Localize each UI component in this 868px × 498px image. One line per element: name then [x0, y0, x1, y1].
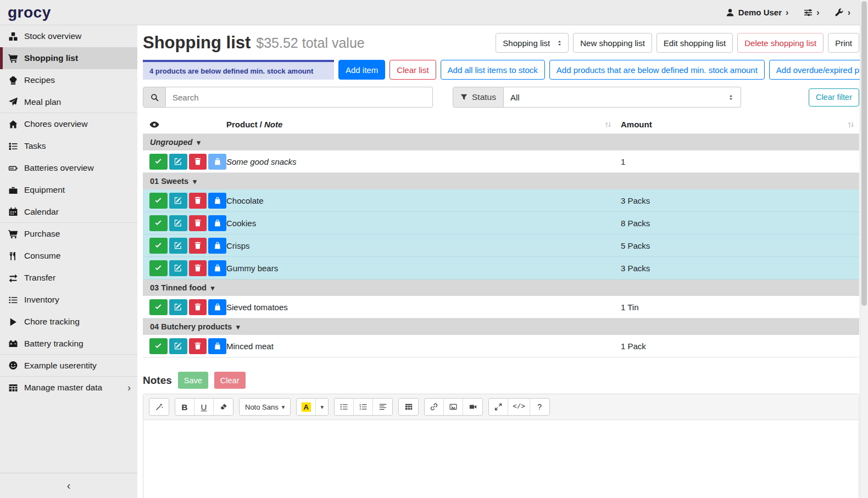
- sidebar-item[interactable]: Manage master data ›: [0, 377, 137, 399]
- fullscreen-button[interactable]: [489, 399, 508, 415]
- mark-done-button[interactable]: [149, 338, 168, 354]
- admin-menu[interactable]: ›: [835, 8, 850, 17]
- amount-column-header[interactable]: Amount: [617, 120, 859, 129]
- search-input[interactable]: [166, 87, 433, 108]
- delete-shopping-list-button[interactable]: Delete shopping list: [737, 33, 824, 53]
- add-to-stock-button[interactable]: [208, 238, 226, 254]
- app-logo[interactable]: grocy: [0, 4, 137, 21]
- settings-menu[interactable]: ›: [804, 8, 819, 17]
- add-to-stock-button[interactable]: [208, 260, 226, 276]
- min-stock-alert[interactable]: 4 products are below defined min. stock …: [143, 60, 334, 80]
- insert-image-button[interactable]: [444, 399, 463, 415]
- edit-item-button[interactable]: [169, 338, 187, 354]
- sidebar-item[interactable]: Shopping list ›: [0, 47, 137, 69]
- mark-done-button[interactable]: [149, 299, 168, 315]
- shopping-list-select[interactable]: Shopping list: [496, 33, 569, 53]
- delete-item-button[interactable]: [189, 260, 207, 276]
- edit-shopping-list-button[interactable]: Edit shopping list: [656, 33, 733, 53]
- table-row: Some good snacks 1: [143, 150, 859, 173]
- group-header-row[interactable]: 01 Sweets ▾: [143, 173, 859, 189]
- mark-done-button[interactable]: [149, 215, 168, 231]
- insert-video-button[interactable]: [463, 399, 482, 415]
- trash-icon: [194, 342, 202, 350]
- sidebar-item[interactable]: Inventory ›: [0, 289, 137, 311]
- sidebar-nav: Stock overview › Shopping list › Recipes…: [0, 25, 137, 399]
- add-to-stock-button[interactable]: [208, 154, 226, 170]
- text-color-button[interactable]: A: [297, 399, 316, 415]
- sidebar-collapse-button[interactable]: ‹: [0, 473, 137, 498]
- vertical-scrollbar[interactable]: [860, 0, 868, 498]
- sidebar-item[interactable]: Example userentity ›: [0, 355, 137, 377]
- help-button[interactable]: ?: [530, 399, 549, 415]
- product-column-header[interactable]: Product / Note: [226, 120, 617, 129]
- edit-item-button[interactable]: [169, 154, 187, 170]
- mark-done-button[interactable]: [149, 260, 168, 276]
- delete-item-button[interactable]: [189, 299, 207, 315]
- notes-clear-button[interactable]: Clear: [214, 372, 246, 389]
- unordered-list-button[interactable]: [335, 399, 354, 415]
- bold-button[interactable]: B: [175, 399, 194, 415]
- mark-done-button[interactable]: [149, 154, 168, 170]
- user-menu[interactable]: Demo User ›: [726, 8, 789, 17]
- sidebar-item[interactable]: Chores overview ›: [0, 113, 137, 135]
- sidebar-item[interactable]: Battery tracking ›: [0, 333, 137, 355]
- edit-item-button[interactable]: [169, 193, 187, 209]
- edit-item-button[interactable]: [169, 260, 187, 276]
- delete-item-button[interactable]: [189, 215, 207, 231]
- sidebar-item[interactable]: Tasks ›: [0, 135, 137, 157]
- sidebar-item[interactable]: Chore tracking ›: [0, 311, 137, 333]
- sidebar-item[interactable]: Consume ›: [0, 245, 137, 267]
- clear-list-button[interactable]: Clear list: [390, 60, 436, 80]
- insert-table-button[interactable]: [399, 399, 418, 415]
- scrollbar-thumb[interactable]: [861, 1, 867, 306]
- font-family-dropdown[interactable]: Noto Sans ▾: [240, 399, 290, 415]
- search-button[interactable]: [143, 87, 166, 108]
- edit-item-button[interactable]: [169, 299, 187, 315]
- sidebar-item[interactable]: Meal plan ›: [0, 91, 137, 113]
- paragraph-align-button[interactable]: [373, 399, 392, 415]
- clear-formatting-button[interactable]: [214, 399, 233, 415]
- sidebar-item[interactable]: Stock overview ›: [0, 25, 137, 47]
- add-to-stock-button[interactable]: [208, 299, 226, 315]
- print-button[interactable]: Print: [828, 33, 859, 53]
- ordered-list-button[interactable]: [354, 399, 373, 415]
- status-filter-select[interactable]: All: [504, 87, 741, 108]
- magic-style-button[interactable]: [149, 399, 169, 415]
- new-shopping-list-button[interactable]: New shopping list: [573, 33, 652, 53]
- delete-item-button[interactable]: [189, 338, 207, 354]
- group-header-row[interactable]: Ungrouped ▾: [143, 134, 859, 150]
- sidebar-item[interactable]: Recipes ›: [0, 69, 137, 91]
- table-row: Cookies 8 Packs: [143, 212, 859, 234]
- color-dropdown-caret[interactable]: ▾: [316, 399, 328, 415]
- clear-filter-button[interactable]: Clear filter: [809, 88, 859, 107]
- list-action-button[interactable]: Add products that are below defined min.…: [549, 60, 765, 80]
- sidebar-item[interactable]: Batteries overview ›: [0, 157, 137, 179]
- group-header-row[interactable]: 04 Butchery products ▾: [143, 318, 859, 335]
- sidebar-item[interactable]: Purchase ›: [0, 223, 137, 245]
- edit-item-button[interactable]: [169, 215, 187, 231]
- add-to-stock-button[interactable]: [208, 338, 226, 354]
- notes-editor-content[interactable]: [143, 420, 859, 498]
- add-to-stock-button[interactable]: [208, 215, 226, 231]
- visibility-column-header[interactable]: [143, 120, 226, 130]
- notes-editor: B U Noto Sans ▾ A: [143, 394, 859, 498]
- add-item-button[interactable]: Add item: [338, 60, 385, 80]
- list-action-button[interactable]: Add all list items to stock: [441, 60, 545, 80]
- code-view-button[interactable]: </>: [508, 399, 530, 415]
- delete-item-button[interactable]: [189, 193, 207, 209]
- group-header-row[interactable]: 03 Tinned food ▾: [143, 279, 859, 296]
- delete-item-button[interactable]: [189, 238, 207, 254]
- mark-done-button[interactable]: [149, 238, 168, 254]
- sidebar-item[interactable]: Transfer ›: [0, 267, 137, 289]
- sidebar-item[interactable]: Equipment ›: [0, 179, 137, 201]
- underline-button[interactable]: U: [194, 399, 214, 415]
- table-icon: [405, 403, 413, 411]
- mark-done-button[interactable]: [149, 193, 168, 209]
- insert-link-button[interactable]: [425, 399, 444, 415]
- delete-item-button[interactable]: [189, 154, 207, 170]
- notes-save-button[interactable]: Save: [178, 372, 208, 389]
- edit-item-button[interactable]: [169, 238, 187, 254]
- sidebar-item[interactable]: Calendar ›: [0, 201, 137, 223]
- add-to-stock-button[interactable]: [208, 193, 226, 209]
- list-action-button[interactable]: Add overdue/expired products: [769, 60, 868, 80]
